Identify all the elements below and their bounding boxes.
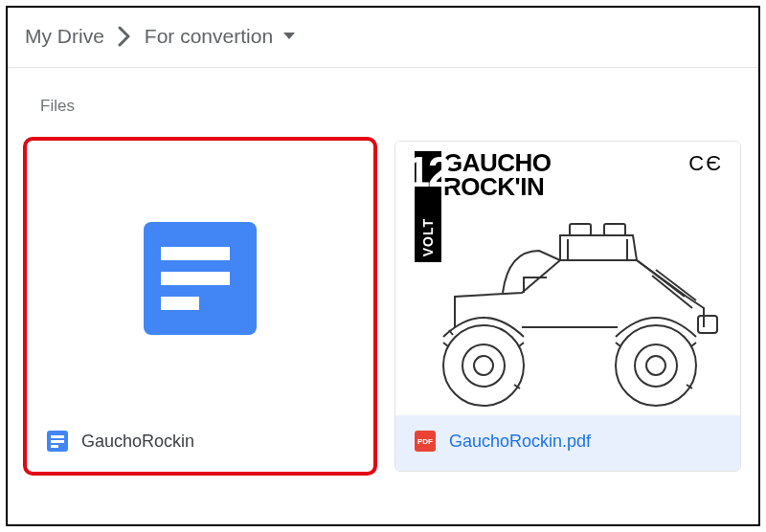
svg-rect-19 — [698, 316, 717, 333]
chevron-right-icon — [118, 26, 131, 47]
file-footer: GauchoRockin — [28, 415, 372, 471]
vehicle-illustration — [417, 193, 732, 413]
svg-point-5 — [646, 356, 665, 375]
svg-point-4 — [635, 344, 677, 387]
file-footer: PDF GauchoRockin.pdf — [395, 415, 740, 471]
breadcrumb-current-label: For convertion — [145, 25, 273, 48]
svg-rect-18 — [604, 224, 625, 235]
volt-number: 12 — [407, 153, 450, 191]
ce-mark: CЄ — [688, 151, 723, 176]
google-doc-icon — [144, 222, 257, 335]
google-doc-icon — [47, 431, 68, 452]
svg-line-8 — [519, 343, 524, 346]
svg-point-1 — [462, 344, 505, 387]
svg-line-11 — [691, 343, 696, 346]
breadcrumb: My Drive For convertion — [8, 8, 758, 68]
section-label-files: Files — [8, 68, 758, 127]
file-name: GauchoRockin — [81, 432, 194, 452]
files-grid: GauchoRockin 12 VOLT GAUCHO ROCK'IN — [8, 127, 758, 472]
file-card-doc[interactable]: GauchoRockin — [27, 141, 373, 472]
pdf-icon: PDF — [415, 431, 436, 452]
file-preview — [28, 142, 372, 415]
file-preview: 12 VOLT GAUCHO ROCK'IN CЄ — [395, 142, 740, 415]
svg-line-6 — [443, 343, 448, 346]
breadcrumb-root[interactable]: My Drive — [25, 25, 104, 48]
svg-point-0 — [443, 325, 524, 406]
file-name: GauchoRockin.pdf — [449, 432, 591, 452]
dropdown-triangle-icon — [282, 32, 296, 41]
breadcrumb-current-folder[interactable]: For convertion — [145, 25, 296, 48]
svg-rect-17 — [570, 224, 591, 235]
svg-point-2 — [474, 356, 493, 375]
pdf-title-line1: GAUCHO — [443, 151, 552, 175]
file-card-pdf[interactable]: 12 VOLT GAUCHO ROCK'IN CЄ — [394, 141, 741, 472]
svg-point-3 — [616, 325, 696, 406]
drive-window: My Drive For convertion Files — [6, 6, 760, 526]
svg-line-10 — [616, 343, 620, 346]
pdf-thumbnail: 12 VOLT GAUCHO ROCK'IN CЄ — [407, 151, 729, 408]
